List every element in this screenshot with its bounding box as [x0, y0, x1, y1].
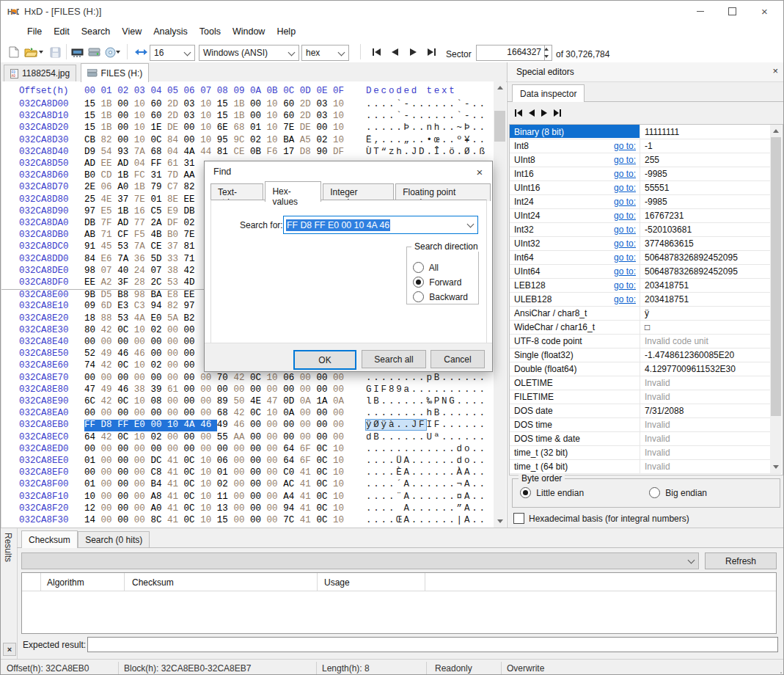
- hex-byte[interactable]: 0B: [250, 147, 267, 158]
- hex-byte[interactable]: 00: [250, 515, 267, 527]
- hex-byte[interactable]: 06: [101, 182, 118, 194]
- inspector-row-dos-time[interactable]: DOS timeInvalid: [510, 417, 781, 432]
- inspector-value[interactable]: □: [645, 322, 650, 332]
- decoded-text[interactable]: Ë‚...„..•œ..º¥..: [366, 135, 487, 145]
- hex-byte[interactable]: 00: [101, 503, 118, 515]
- hex-byte[interactable]: 2D: [300, 111, 317, 123]
- hex-byte[interactable]: 0C: [184, 467, 201, 479]
- hex-byte[interactable]: 7A: [134, 147, 151, 158]
- hex-byte[interactable]: 16: [134, 206, 151, 218]
- inspector-row-time-t-64-bit-[interactable]: time_t (64 bit)Invalid: [510, 459, 781, 474]
- inspector-row-leb128[interactable]: LEB128go to:203418751: [510, 278, 781, 293]
- hex-byte[interactable]: 10: [333, 135, 350, 147]
- hex-byte[interactable]: 00: [101, 408, 118, 420]
- decoded-text[interactable]: ....`-......`-..: [366, 99, 487, 109]
- hex-byte[interactable]: 00: [84, 444, 101, 456]
- hex-byte[interactable]: 10: [200, 467, 217, 479]
- image-dropdown-caret[interactable]: [116, 51, 120, 54]
- hex-byte[interactable]: 24: [134, 266, 151, 277]
- menu-item-search[interactable]: Search: [76, 22, 117, 37]
- hex-byte[interactable]: 00: [316, 432, 333, 444]
- hex-byte[interactable]: 70: [217, 373, 234, 384]
- hex-byte[interactable]: 02: [184, 218, 201, 230]
- decoded-text[interactable]: ....´A......¬A..: [366, 479, 487, 489]
- hex-byte[interactable]: 01: [250, 123, 267, 134]
- hex-byte[interactable]: 46: [233, 420, 250, 431]
- hex-byte[interactable]: 01: [217, 467, 234, 479]
- hex-byte[interactable]: 41: [300, 467, 317, 479]
- hex-byte[interactable]: 00: [184, 444, 201, 456]
- hex-byte[interactable]: 10: [333, 123, 350, 134]
- decoded-text[interactable]: .....Þ..nh..~Þ..: [366, 123, 487, 133]
- hex-byte[interactable]: B0: [84, 170, 101, 182]
- hex-byte[interactable]: AA: [233, 432, 250, 444]
- hex-byte[interactable]: 36: [134, 254, 151, 266]
- hex-byte[interactable]: 03: [184, 99, 201, 111]
- hex-byte[interactable]: 00: [250, 456, 267, 467]
- hex-byte[interactable]: 18: [84, 313, 101, 325]
- hex-byte[interactable]: 00: [134, 444, 151, 456]
- hex-byte[interactable]: 10: [333, 479, 350, 491]
- hex-byte[interactable]: 00: [217, 384, 234, 396]
- hex-byte[interactable]: 41: [300, 515, 317, 527]
- hex-byte[interactable]: 0C: [316, 479, 333, 491]
- offset-base-select[interactable]: hex: [301, 45, 349, 61]
- inspector-value[interactable]: Invalid: [645, 392, 670, 402]
- inspector-row-int16[interactable]: Int16go to:-9985: [510, 167, 781, 181]
- inspector-row-uint8[interactable]: UInt8go to:255: [510, 153, 781, 167]
- hex-byte[interactable]: 00: [184, 432, 201, 444]
- hex-byte[interactable]: 04: [134, 158, 151, 170]
- hex-byte[interactable]: E5: [101, 206, 118, 218]
- inspector-value[interactable]: ÿ: [645, 308, 649, 318]
- hex-byte[interactable]: 0C: [250, 408, 267, 420]
- hex-byte[interactable]: 10: [200, 515, 217, 527]
- hex-byte[interactable]: 38: [167, 266, 184, 277]
- hex-byte[interactable]: 88: [101, 313, 118, 325]
- hex-byte[interactable]: 42: [101, 325, 118, 337]
- direction-option-all[interactable]: All: [413, 262, 439, 273]
- hex-byte[interactable]: 0C: [250, 373, 267, 384]
- hex-byte[interactable]: 00: [267, 384, 284, 396]
- scroll-up-button[interactable]: [494, 81, 506, 94]
- hex-byte[interactable]: 4A: [184, 147, 201, 158]
- hex-byte[interactable]: 71: [184, 254, 201, 266]
- hex-byte[interactable]: C8: [150, 467, 167, 479]
- nav-next-button[interactable]: [541, 109, 547, 117]
- hex-byte[interactable]: 98: [84, 266, 101, 277]
- menu-item-edit[interactable]: Edit: [48, 22, 76, 37]
- hex-byte[interactable]: 06: [217, 456, 234, 467]
- hex-byte[interactable]: E8: [167, 290, 184, 302]
- hex-byte[interactable]: 10: [200, 456, 217, 467]
- hex-byte[interactable]: 00: [333, 432, 350, 444]
- hex-basis-checkbox[interactable]: [513, 513, 524, 524]
- hex-byte[interactable]: 00: [233, 384, 250, 396]
- hex-scrollbar[interactable]: [494, 81, 506, 528]
- hex-byte[interactable]: 0A: [283, 408, 300, 420]
- hex-byte[interactable]: 00: [167, 325, 184, 337]
- hex-byte[interactable]: 82: [101, 135, 118, 147]
- hex-byte[interactable]: 47: [267, 396, 284, 408]
- hex-byte[interactable]: 00: [117, 456, 134, 467]
- decoded-text[interactable]: ÿØÿà..JFIF......: [366, 420, 487, 430]
- hex-byte[interactable]: 07: [101, 266, 118, 277]
- hex-byte[interactable]: 00: [250, 432, 267, 444]
- hex-byte[interactable]: 6C: [84, 396, 101, 408]
- goto-link[interactable]: go to:: [598, 266, 636, 277]
- hex-byte[interactable]: 00: [101, 337, 118, 349]
- hex-byte[interactable]: 81: [217, 147, 234, 158]
- hex-byte[interactable]: 00: [184, 373, 201, 384]
- radio-all[interactable]: [413, 262, 424, 273]
- hex-byte[interactable]: 00: [167, 408, 184, 420]
- next-sector-button[interactable]: [406, 45, 420, 59]
- hex-byte[interactable]: 00: [150, 373, 167, 384]
- hex-byte[interactable]: 3F: [117, 277, 134, 289]
- maximize-button[interactable]: [716, 1, 749, 22]
- hex-byte[interactable]: 60: [283, 111, 300, 123]
- hex-byte[interactable]: 6F: [300, 456, 317, 467]
- hex-byte[interactable]: 95: [217, 135, 234, 147]
- hex-byte[interactable]: B2: [184, 313, 201, 325]
- hex-byte[interactable]: 00: [184, 384, 201, 396]
- hex-byte[interactable]: 41: [167, 503, 184, 515]
- hex-byte[interactable]: 9B: [84, 290, 101, 302]
- hex-byte[interactable]: 00: [300, 420, 317, 431]
